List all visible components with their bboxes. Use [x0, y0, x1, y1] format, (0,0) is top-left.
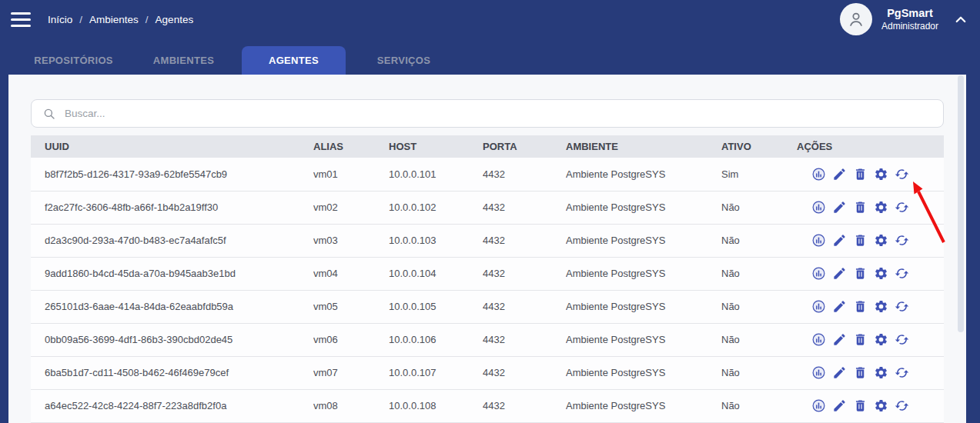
scrollbar-thumb[interactable]: [958, 75, 964, 332]
cell-porta: 4432: [483, 158, 566, 191]
chevron-up-icon[interactable]: [954, 14, 968, 25]
stats-icon[interactable]: [811, 167, 826, 182]
cell-alias: vm04: [313, 257, 389, 290]
cell-ativo: Não: [721, 290, 797, 323]
delete-icon[interactable]: [853, 233, 868, 248]
col-alias: ALIAS: [313, 135, 389, 158]
table-row: 265101d3-6aae-414a-84da-62eaabfdb59a vm0…: [31, 290, 944, 323]
breadcrumb: Início / Ambientes / Agentes: [48, 14, 193, 25]
breadcrumb-inicio[interactable]: Início: [48, 14, 72, 25]
settings-icon[interactable]: [874, 200, 888, 215]
cell-ambiente: Ambiente PostgreSYS: [566, 323, 721, 356]
edit-icon[interactable]: [832, 299, 847, 314]
cell-alias: vm02: [313, 191, 389, 224]
cell-alias: vm05: [313, 290, 389, 323]
cell-uuid: 9add1860-b4cd-45da-a70a-b945aab3e1bd: [31, 257, 313, 290]
refresh-icon[interactable]: [895, 365, 909, 380]
table-row: d2a3c90d-293a-47d0-b483-ec7a4afafc5f vm0…: [31, 224, 944, 257]
refresh-icon[interactable]: [895, 167, 909, 182]
settings-icon[interactable]: [874, 299, 888, 314]
settings-icon[interactable]: [874, 233, 888, 248]
edit-icon[interactable]: [832, 365, 847, 380]
cell-actions: [797, 389, 944, 422]
delete-icon[interactable]: [853, 398, 868, 413]
edit-icon[interactable]: [832, 167, 847, 182]
edit-icon[interactable]: [832, 200, 847, 215]
settings-icon[interactable]: [874, 266, 888, 281]
stats-icon[interactable]: [811, 299, 826, 314]
search-input[interactable]: [65, 108, 932, 119]
col-ambiente: AMBIENTE: [566, 135, 721, 158]
cell-actions: [797, 290, 944, 323]
stats-icon[interactable]: [811, 233, 826, 248]
tab-agentes[interactable]: AGENTES: [242, 46, 346, 75]
top-bar: Início / Ambientes / Agentes PgSmart Adm…: [0, 0, 980, 75]
cell-host: 10.0.0.105: [389, 290, 483, 323]
delete-icon[interactable]: [853, 332, 868, 347]
table-row: a64ec522-42c8-4224-88f7-223a8dfb2f0a vm0…: [31, 389, 944, 422]
cell-ativo: Não: [721, 356, 797, 389]
cell-ambiente: Ambiente PostgreSYS: [566, 191, 721, 224]
settings-icon[interactable]: [874, 365, 888, 380]
cell-porta: 4432: [483, 323, 566, 356]
refresh-icon[interactable]: [895, 233, 909, 248]
tab-servicos[interactable]: SERVIÇOS: [352, 46, 456, 75]
cell-alias: vm07: [313, 356, 389, 389]
cell-host: 10.0.0.101: [389, 158, 483, 191]
col-acoes: AÇÕES: [797, 135, 944, 158]
cell-host: 10.0.0.108: [389, 389, 483, 422]
breadcrumb-agentes[interactable]: Agentes: [156, 14, 194, 25]
delete-icon[interactable]: [853, 365, 868, 380]
stats-icon[interactable]: [811, 398, 826, 413]
stats-icon[interactable]: [811, 200, 826, 215]
avatar[interactable]: [840, 3, 872, 35]
cell-porta: 4432: [483, 191, 566, 224]
user-role: Administrador: [881, 21, 938, 32]
settings-icon[interactable]: [874, 332, 888, 347]
menu-icon[interactable]: [11, 12, 31, 27]
cell-uuid: d2a3c90d-293a-47d0-b483-ec7a4afafc5f: [31, 224, 313, 257]
delete-icon[interactable]: [853, 266, 868, 281]
cell-ambiente: Ambiente PostgreSYS: [566, 290, 721, 323]
stats-icon[interactable]: [811, 365, 826, 380]
table-row: b8f7f2b5-d126-4317-93a9-62bfe5547cb9 vm0…: [31, 158, 944, 191]
cell-ativo: Não: [721, 191, 797, 224]
delete-icon[interactable]: [853, 167, 868, 182]
refresh-icon[interactable]: [895, 398, 909, 413]
user-menu[interactable]: PgSmart Administrador: [840, 3, 968, 35]
cell-ativo: Não: [721, 389, 797, 422]
breadcrumb-ambientes[interactable]: Ambientes: [89, 14, 139, 25]
col-host: HOST: [389, 135, 483, 158]
cell-alias: vm08: [313, 389, 389, 422]
table-row: 9add1860-b4cd-45da-a70a-b945aab3e1bd vm0…: [31, 257, 944, 290]
cell-porta: 4432: [483, 224, 566, 257]
edit-icon[interactable]: [832, 332, 847, 347]
cell-host: 10.0.0.102: [389, 191, 483, 224]
search-box[interactable]: [31, 99, 944, 128]
stats-icon[interactable]: [811, 332, 826, 347]
settings-icon[interactable]: [874, 167, 888, 182]
edit-icon[interactable]: [832, 398, 847, 413]
cell-host: 10.0.0.107: [389, 356, 483, 389]
refresh-icon[interactable]: [895, 266, 909, 281]
breadcrumb-separator: /: [145, 14, 149, 25]
tab-repositorios[interactable]: REPOSITÓRIOS: [22, 46, 125, 75]
breadcrumb-separator: /: [79, 14, 82, 25]
cell-actions: [797, 224, 944, 257]
delete-icon[interactable]: [853, 200, 868, 215]
refresh-icon[interactable]: [895, 200, 909, 215]
cell-ativo: Não: [721, 323, 797, 356]
refresh-icon[interactable]: [895, 332, 909, 347]
cell-uuid: a64ec522-42c8-4224-88f7-223a8dfb2f0a: [31, 389, 313, 422]
cell-ambiente: Ambiente PostgreSYS: [566, 257, 721, 290]
settings-icon[interactable]: [874, 398, 888, 413]
user-name: PgSmart: [881, 6, 938, 20]
table-row: f2ac27fc-3606-48fb-a66f-1b4b2a19ff30 vm0…: [31, 191, 944, 224]
stats-icon[interactable]: [811, 266, 826, 281]
tab-ambientes[interactable]: AMBIENTES: [132, 46, 236, 75]
edit-icon[interactable]: [832, 266, 847, 281]
refresh-icon[interactable]: [895, 299, 909, 314]
delete-icon[interactable]: [853, 299, 868, 314]
cell-ativo: Não: [721, 257, 797, 290]
edit-icon[interactable]: [832, 233, 847, 248]
